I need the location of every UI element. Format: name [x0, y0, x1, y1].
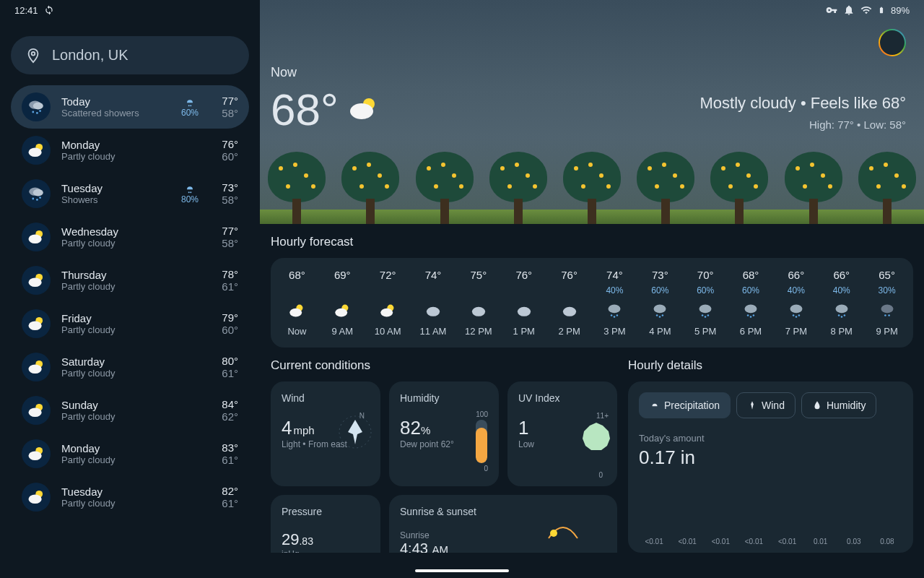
account-avatar[interactable]	[879, 29, 906, 56]
hourly-item-12[interactable]: 66° 40% 8 PM	[819, 269, 864, 337]
forecast-day: Saturday	[61, 355, 166, 368]
hourly-item-4[interactable]: 75° 12 PM	[456, 269, 501, 337]
hourly-item-2[interactable]: 72° 10 AM	[365, 269, 411, 337]
svg-point-18	[29, 235, 42, 244]
hourly-item-0[interactable]: 68° Now	[274, 269, 320, 337]
forecast-weather-icon	[22, 136, 51, 165]
svg-point-15	[188, 191, 190, 193]
hourly-item-13[interactable]: 65° 30% 9 PM	[864, 269, 910, 337]
forecast-day: Today	[61, 95, 170, 108]
forecast-item-2[interactable]: Tuesday Showers 80% 73° 58°	[11, 172, 249, 215]
forecast-item-4[interactable]: Thursday Partly cloudy 78° 61°	[11, 259, 249, 302]
forecast-item-1[interactable]: Monday Partly cloudy 76° 60°	[11, 129, 249, 172]
hourly-weather-icon	[560, 300, 579, 322]
location-bar[interactable]: London, UK	[11, 36, 249, 74]
svg-point-72	[550, 530, 557, 537]
forecast-day: Monday	[61, 139, 166, 151]
forecast-day: Friday	[61, 312, 166, 324]
nav-home-indicator[interactable]	[415, 569, 509, 572]
hourly-weather-icon	[515, 300, 533, 322]
now-label: Now	[271, 65, 906, 80]
hourly-item-7[interactable]: 74° 40% 3 PM	[592, 269, 637, 337]
sync-icon	[44, 5, 54, 15]
svg-point-0	[32, 51, 35, 55]
hourly-item-1[interactable]: 69° 9 AM	[320, 269, 365, 337]
forecast-item-3[interactable]: Wednesday Partly cloudy 77° 58°	[11, 215, 249, 259]
svg-point-2	[33, 103, 43, 110]
hourly-forecast[interactable]: 68° Now 69° 9 AM 72° 10 AM 74° 11 AM 75°	[271, 258, 913, 348]
current-condition: Mostly cloudy • Feels like 68°	[700, 94, 907, 113]
hourly-item-5[interactable]: 76° 1 PM	[501, 269, 546, 337]
forecast-low: 58°	[222, 194, 238, 206]
svg-point-49	[659, 316, 661, 318]
compass-icon	[337, 414, 373, 453]
forecast-item-5[interactable]: Friday Partly cloudy 79° 60°	[11, 302, 249, 345]
hourly-temp: 69°	[334, 269, 351, 281]
forecast-condition: Partly cloudy	[61, 151, 166, 162]
svg-point-36	[336, 309, 348, 317]
uv-gauge-icon	[581, 421, 611, 454]
svg-point-24	[29, 365, 42, 374]
hourly-weather-icon	[605, 300, 624, 322]
tab-precipitation[interactable]: Precipitation	[639, 392, 731, 418]
tab-humidity[interactable]: Humidity	[801, 392, 876, 418]
tab-wind[interactable]: Wind	[736, 392, 796, 418]
svg-point-43	[609, 305, 621, 314]
forecast-weather-icon	[22, 353, 51, 381]
hourly-weather-icon	[832, 300, 851, 322]
forecast-weather-icon	[22, 223, 51, 251]
forecast-day: Tuesday	[61, 182, 170, 194]
hourly-temp: 73°	[652, 269, 668, 281]
hourly-time: 3 PM	[603, 326, 625, 337]
forecast-condition: Partly cloudy	[61, 281, 166, 292]
hourly-title: Hourly forecast	[271, 235, 913, 249]
hourly-weather-icon	[650, 300, 669, 322]
sunrise-card[interactable]: Sunrise & sunset Sunrise 4:43 AM	[389, 495, 617, 553]
svg-point-3	[32, 111, 34, 113]
forecast-item-8[interactable]: Monday Partly cloudy 83° 61°	[11, 432, 249, 475]
svg-point-54	[707, 314, 710, 316]
forecast-low: 62°	[222, 410, 238, 423]
hourly-temp: 74°	[606, 269, 623, 281]
svg-point-39	[427, 307, 440, 316]
hourly-time: 1 PM	[513, 326, 535, 337]
forecast-item-0[interactable]: Today Scattered showers 60% 77° 58°	[11, 85, 249, 129]
svg-point-55	[745, 305, 757, 314]
hourly-weather-icon	[424, 300, 443, 322]
detail-bar: 0.03	[839, 538, 869, 545]
svg-point-64	[838, 314, 840, 316]
pressure-card[interactable]: Pressure 29.83 inHg	[271, 495, 380, 553]
forecast-condition: Scattered showers	[61, 108, 170, 118]
forecast-item-7[interactable]: Sunday Partly cloudy 84° 62°	[11, 389, 249, 432]
svg-point-14	[39, 197, 41, 199]
details-title: Hourly details	[628, 358, 913, 373]
forecast-high: 76°	[222, 138, 238, 150]
hourly-temp: 72°	[380, 269, 396, 281]
forecast-day: Tuesday	[61, 486, 166, 498]
details-today-value: 0.17 in	[639, 447, 902, 469]
hourly-item-11[interactable]: 66° 40% 7 PM	[773, 269, 819, 337]
hourly-time: 9 PM	[876, 326, 897, 337]
forecast-day: Sunday	[61, 399, 166, 411]
wind-card[interactable]: Wind N 4mph Light • From east	[271, 381, 380, 486]
hourly-weather-icon	[469, 300, 488, 322]
detail-bar: <0.01	[772, 538, 803, 545]
hourly-item-3[interactable]: 74° 11 AM	[411, 269, 456, 337]
location-text: London, UK	[52, 47, 128, 64]
current-weather-icon	[346, 91, 380, 129]
forecast-item-9[interactable]: Tuesday Partly cloudy 82° 61°	[11, 475, 249, 519]
location-icon	[25, 48, 41, 64]
humidity-card[interactable]: Humidity 82% Dew point 62° 100 0	[389, 381, 499, 486]
svg-point-38	[380, 309, 393, 317]
uv-card[interactable]: UV Index 1 Low 11+ 0	[507, 381, 617, 486]
hourly-item-9[interactable]: 70° 60% 5 PM	[683, 269, 728, 337]
forecast-item-6[interactable]: Saturday Partly cloudy 80° 61°	[11, 345, 249, 389]
hourly-item-8[interactable]: 73° 60% 4 PM	[637, 269, 683, 337]
wind-label: Wind	[282, 392, 370, 404]
hourly-temp: 68°	[289, 269, 305, 281]
hourly-temp: 66°	[788, 269, 805, 281]
hourly-weather-icon	[287, 300, 306, 322]
svg-point-4	[36, 112, 38, 114]
hourly-item-6[interactable]: 76° 2 PM	[546, 269, 592, 337]
hourly-item-10[interactable]: 68° 60% 6 PM	[728, 269, 774, 337]
